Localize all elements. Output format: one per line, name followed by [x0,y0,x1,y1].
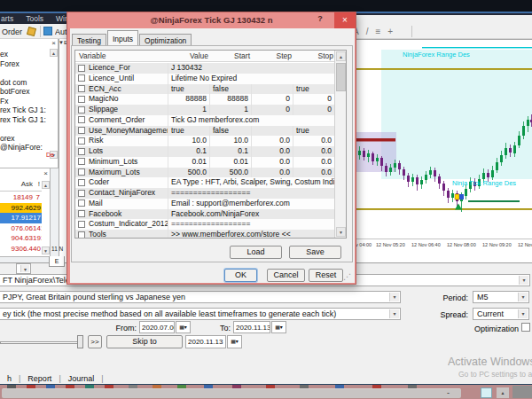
param-row[interactable]: Costum_Indicator_2012================== [75,219,336,230]
scroll-up-icon[interactable]: ▲ [336,51,346,61]
param-checkbox[interactable] [78,96,85,103]
mini-dropdown-stub[interactable]: ▾ [16,263,31,274]
market-watch-close-icon[interactable]: × [42,169,50,177]
period-dropdown[interactable]: M5 ▾ [473,291,529,303]
chevron-down-icon[interactable]: ▾ [519,276,528,285]
navigator-item[interactable]: rex Tick GJ 1: [0,115,49,125]
navigator-item[interactable]: Forex [0,59,49,69]
navigator-item[interactable] [0,68,49,78]
to-date-field[interactable]: 2020.11.13 [233,321,270,333]
param-checkbox[interactable] [78,85,85,92]
optimization-checkbox[interactable] [521,323,530,332]
param-checkbox[interactable] [78,116,85,123]
param-row[interactable]: ECN_Acctruefalsetrue [75,84,336,95]
param-row[interactable]: Risk10.010.00.00.0 [75,136,336,146]
tray-clock-area[interactable] [512,386,532,398]
col-start[interactable]: Start [211,51,253,61]
market-watch-row[interactable]: 992.4629 [0,203,42,214]
autotrading-icon[interactable] [43,27,52,35]
param-checkbox[interactable] [78,221,85,228]
cancel-button[interactable]: Cancel [267,269,305,282]
navigator-scroll-up-icon[interactable]: ▲ [50,49,58,57]
navigator-item[interactable]: orex [0,134,49,144]
param-row[interactable]: Licence_ForJ 130432 [75,63,336,74]
param-row[interactable]: Comment_OrderTick GJ memberforex.com [75,115,336,126]
scroll-down-icon[interactable]: ▼ [336,227,346,237]
col-variable[interactable]: Variable [75,51,169,61]
reset-button[interactable]: Reset [309,269,343,282]
market-watch-scroll-up-icon[interactable]: ▲ [42,181,50,189]
navigator-close-icon[interactable]: × [50,39,58,47]
chevron-down-icon[interactable]: ▾ [20,265,29,272]
from-date-picker[interactable]: ▦▾ [176,321,191,333]
market-watch-row[interactable]: 076.06141 [0,223,42,234]
hline-tool-icon[interactable]: ≡ [375,26,380,38]
new-order-button[interactable]: Order [2,27,25,36]
param-row[interactable]: MagicNo888888888800 [75,94,336,105]
close-icon[interactable]: × [334,12,356,28]
tester-tab-h[interactable]: h [2,374,17,383]
param-checkbox[interactable] [78,190,85,197]
navigator-item[interactable]: @NinjaFore: [0,143,49,153]
market-watch-row[interactable]: 181497 [0,192,42,203]
param-row[interactable]: Minimum_Lots0.010.010.00.0 [75,157,336,168]
param-row[interactable]: Lots0.10.10.00.0 [75,146,336,157]
param-row[interactable]: CoderEA Type : HFT, Arbi, Scalper, Swing… [75,177,336,188]
skip-date-field[interactable]: 2020.11.13 [185,335,226,348]
tester-tab-journal[interactable]: Journal [63,374,100,383]
to-date-picker[interactable]: ▦▾ [271,321,286,333]
param-row[interactable]: Contact_NinjaForex================== [75,188,336,199]
chart-surface[interactable] [356,40,532,262]
param-checkbox[interactable] [78,200,85,207]
param-checkbox[interactable] [78,168,85,176]
param-row[interactable]: FacebookFacebook.com/NinjaForex [75,209,336,220]
param-checkbox[interactable] [78,210,85,217]
param-checkbox[interactable] [78,127,85,134]
fast-forward-button[interactable]: >> [88,335,102,348]
navigator-item[interactable]: rex Tick GJ 1: [0,106,49,115]
navigator-item[interactable]: ex [0,50,49,59]
load-button[interactable]: Load [230,246,282,259]
chevron-down-icon[interactable]: ▾ [389,309,399,318]
crosshair-tool-icon[interactable]: + [387,26,393,38]
market-watch-row[interactable]: 17.91217 [0,213,42,223]
skip-date-picker[interactable]: ▦▾ [227,335,242,348]
symbol-dropdown[interactable]: PJPY, Great Britain pound sterling vs Ja… [0,291,401,303]
model-dropdown[interactable]: ey tick (the most precise method based o… [0,308,401,320]
help-icon[interactable]: ? [314,14,326,27]
tray-show-hidden-icon[interactable]: ▲ [497,387,509,398]
param-row[interactable]: Licence_UntilLifetime No Expired [75,74,336,84]
save-button[interactable]: Save [289,246,341,259]
param-checkbox[interactable] [78,148,85,155]
navigator-item[interactable]: dot com [0,78,49,88]
param-row[interactable]: Slippage1100 [75,105,336,115]
trendline-tool-icon[interactable]: / [366,26,369,38]
market-watch-row[interactable]: 904.63191 [0,233,42,244]
market-watch-scroll-down-icon[interactable]: ▼ [42,246,50,254]
tester-tab-report[interactable]: Report [22,374,57,383]
col-value[interactable]: Value [169,51,211,61]
chevron-down-icon[interactable]: ▾ [518,293,528,301]
navigator-item[interactable]: Fx [0,97,49,106]
ask-column-header[interactable]: Ask [0,180,33,191]
dialog-titlebar[interactable]: @NinjaForex Tick GJ 130432 n [67,12,356,28]
market-watch-row[interactable]: 9306.440 [0,244,42,254]
param-checkbox[interactable] [78,106,85,113]
chevron-down-icon[interactable]: ▾ [518,309,528,318]
navigator-item[interactable] [0,124,49,134]
taskbar-button-group[interactable] [2,388,461,398]
menu-item[interactable]: Tools [26,14,43,24]
progress-slider-handle[interactable] [77,335,83,348]
param-checkbox[interactable] [78,179,85,186]
tab-inputs[interactable]: Inputs [107,30,138,45]
table-scrollbar[interactable]: ▲ ▼ [334,51,346,238]
param-checkbox[interactable] [78,158,85,165]
param-checkbox[interactable] [78,74,85,82]
param-checkbox[interactable] [78,65,85,72]
navigator-item[interactable]: botForex [0,87,49,97]
param-row[interactable]: Use_MoneyManagementtruefalsetrue [75,126,336,137]
ok-button[interactable]: OK [224,269,257,282]
spread-dropdown[interactable]: Current ▾ [473,308,529,320]
progress-slider-track[interactable] [0,341,83,344]
param-row[interactable]: Tools>> www.memberforex.com/store << [75,230,336,239]
